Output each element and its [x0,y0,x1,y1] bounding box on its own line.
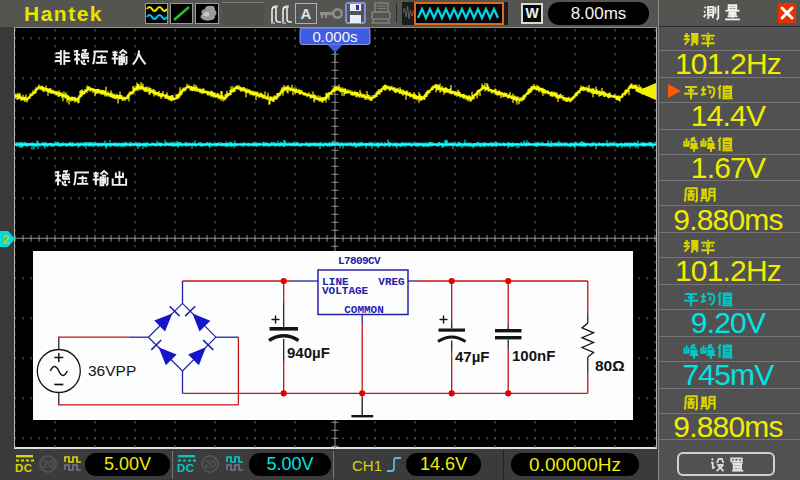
svg-text:VREG: VREG [378,276,405,288]
svg-text:36VPP: 36VPP [88,362,136,379]
svg-text:DC: DC [177,462,195,474]
svg-text:L7809CV: L7809CV [338,255,381,267]
svg-text:100nF: 100nF [512,347,555,364]
svg-text:DC: DC [15,462,33,474]
svg-text:940µF: 940µF [287,344,330,361]
svg-text:80Ω: 80Ω [595,357,625,374]
svg-text:VOLTAGE: VOLTAGE [322,285,369,297]
svg-text:2: 2 [2,232,9,247]
svg-text:47µF: 47µF [455,348,490,365]
svg-text:COMMON: COMMON [344,304,384,316]
svg-text:0.000s: 0.000s [312,28,357,45]
